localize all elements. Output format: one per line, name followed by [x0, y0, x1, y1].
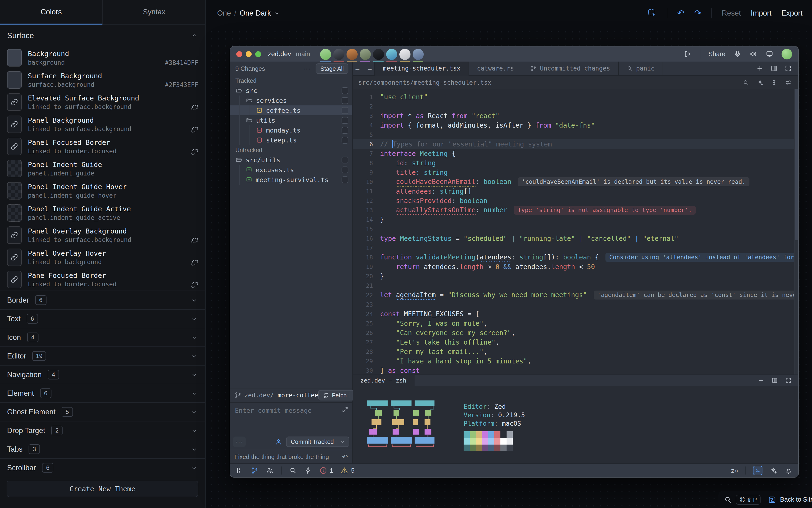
git-file-row[interactable]: utils — [230, 115, 352, 125]
minimize-window-button[interactable] — [246, 51, 252, 57]
scrollbar-thumb[interactable] — [795, 89, 798, 240]
section-header-ghost-element[interactable]: Ghost Element5 — [0, 403, 205, 421]
collaborator[interactable] — [347, 49, 358, 63]
section-header-element[interactable]: Element6 — [0, 384, 205, 403]
section-header-tabs[interactable]: Tabs3 — [0, 439, 205, 458]
section-header-navigation[interactable]: Navigation4 — [0, 365, 205, 384]
speaker-icon[interactable] — [749, 50, 758, 58]
stage-checkbox[interactable] — [342, 157, 348, 163]
git-file-row[interactable]: src — [230, 86, 352, 95]
unlink-icon[interactable] — [191, 259, 198, 266]
command-palette-shortcut[interactable]: ⌘ ⇧ P — [736, 495, 761, 505]
branch-name[interactable]: main — [296, 50, 310, 58]
uncommit-icon[interactable]: ↶ — [342, 453, 348, 461]
repo-label[interactable]: zed.dev/ more-coffee — [244, 392, 318, 399]
diagnostics-bolt-icon[interactable] — [304, 467, 312, 474]
notifications-bell-icon[interactable] — [785, 466, 792, 474]
nav-forward-icon[interactable]: → — [366, 65, 373, 72]
project-panel-icon[interactable] — [236, 467, 243, 474]
color-item[interactable]: Panel Indent Guide Activepanel.indent_gu… — [0, 202, 205, 224]
fullscreen-icon[interactable] — [785, 65, 792, 72]
import-button[interactable]: Import — [751, 9, 772, 17]
stage-checkbox[interactable] — [342, 167, 348, 173]
collaborator[interactable] — [360, 49, 371, 63]
zoom-indicator[interactable]: z» — [731, 467, 738, 474]
collab-panel-icon[interactable] — [266, 467, 274, 474]
color-swatch[interactable] — [7, 116, 22, 133]
color-item[interactable]: Panel Overlay BackgroundLinked to surfac… — [0, 224, 205, 246]
unlink-icon[interactable] — [191, 126, 198, 133]
git-overflow-menu[interactable]: ··· — [303, 65, 311, 72]
close-window-button[interactable] — [236, 51, 242, 57]
unlink-icon[interactable] — [191, 281, 198, 288]
collaborator[interactable] — [333, 49, 344, 63]
editor-tab-uncommitted-changes[interactable]: Uncommitted changes — [523, 61, 618, 75]
editor-tab-meeting-scheduler-tsx[interactable]: meeting-scheduler.tsx — [375, 61, 469, 75]
fullscreen-icon[interactable] — [785, 377, 792, 384]
color-item[interactable]: Surface Backgroundsurface.background#2F3… — [0, 69, 205, 91]
editor-breadcrumb[interactable]: src/components/meeting-scheduler.tsx — [353, 76, 798, 89]
color-item[interactable]: Panel Focused BorderLinked to border.foc… — [0, 135, 205, 158]
create-new-theme-button[interactable]: Create New Theme — [7, 481, 198, 497]
export-button[interactable]: Export — [781, 9, 803, 17]
terminal-toggle-icon[interactable] — [753, 466, 763, 475]
leave-call-icon[interactable] — [684, 50, 692, 58]
color-swatch[interactable] — [7, 160, 22, 177]
terminal-panel[interactable]: Editor: ZedVersion: 0.219.5Platform: mac… — [353, 386, 798, 463]
color-item[interactable]: Panel Indent Guidepanel.indent_guide — [0, 158, 205, 180]
commit-message-box[interactable]: Enter commit message ··· Commit Tracked — [230, 402, 352, 450]
undo-icon[interactable]: ↶ — [677, 9, 684, 17]
section-header-border[interactable]: Border6 — [0, 291, 205, 309]
color-swatch[interactable] — [7, 93, 22, 111]
reset-button[interactable]: Reset — [722, 9, 741, 17]
tab-colors[interactable]: Colors — [0, 0, 103, 24]
color-swatch[interactable] — [7, 182, 22, 200]
unlink-icon[interactable] — [191, 237, 198, 244]
color-item[interactable]: Pane Focused BorderLinked to border.focu… — [0, 268, 205, 291]
unlink-icon[interactable] — [191, 104, 198, 111]
theme-breadcrumb[interactable]: One / One Dark — [217, 9, 279, 17]
color-swatch[interactable] — [7, 138, 22, 155]
warning-indicator[interactable]: 5 — [341, 467, 354, 474]
collaborator[interactable] — [413, 49, 424, 63]
editor-tab-catware-rs[interactable]: catware.rs — [469, 61, 523, 75]
code-editor[interactable]: 1"use client"23import * as React from "r… — [353, 89, 798, 375]
color-swatch[interactable] — [7, 226, 22, 244]
stage-checkbox[interactable] — [342, 117, 348, 124]
git-file-row[interactable]: excuses.ts — [230, 165, 352, 175]
stage-checkbox[interactable] — [342, 107, 348, 114]
git-file-row[interactable]: sleep.ts — [230, 135, 352, 145]
terminal-tab[interactable]: zed.dev — zsh — [353, 375, 415, 386]
assistant-sparkle-icon[interactable] — [770, 466, 778, 474]
share-button[interactable]: Share — [708, 50, 725, 58]
new-tab-icon[interactable] — [756, 65, 763, 72]
collaborator[interactable] — [320, 49, 331, 63]
git-file-row[interactable]: coffee.ts — [230, 105, 352, 115]
color-item[interactable]: Backgroundbackground#3B414DFF — [0, 47, 205, 69]
expand-icon[interactable] — [342, 406, 348, 413]
error-indicator[interactable]: 1 — [319, 467, 333, 474]
stage-checkbox[interactable] — [342, 127, 348, 134]
new-terminal-icon[interactable] — [758, 377, 764, 384]
section-surface-header[interactable]: Surface — [0, 25, 205, 47]
editor-scrollbar[interactable] — [794, 89, 798, 375]
commit-tracked-button[interactable]: Commit Tracked — [286, 436, 349, 447]
tab-syntax[interactable]: Syntax — [103, 0, 205, 24]
color-swatch[interactable] — [7, 249, 22, 266]
last-commit-row[interactable]: Fixed the thing that broke the thing ↶ — [230, 450, 352, 463]
color-swatch[interactable] — [7, 204, 22, 222]
user-avatar[interactable] — [781, 49, 792, 59]
stage-checkbox[interactable] — [342, 97, 348, 104]
color-swatch[interactable] — [7, 49, 22, 67]
color-item[interactable]: Panel BackgroundLinked to surface.backgr… — [0, 113, 205, 135]
git-file-row[interactable]: src/utils — [230, 155, 352, 165]
stage-checkbox[interactable] — [342, 137, 348, 143]
section-header-text[interactable]: Text6 — [0, 309, 205, 328]
collaborator[interactable] — [373, 49, 384, 63]
screen-share-icon[interactable] — [766, 50, 774, 58]
search-icon[interactable] — [724, 496, 732, 504]
nav-back-icon[interactable]: ← — [354, 65, 361, 72]
color-swatch[interactable] — [7, 271, 22, 288]
git-file-row[interactable]: monday.ts — [230, 125, 352, 135]
search-icon[interactable] — [289, 467, 297, 474]
